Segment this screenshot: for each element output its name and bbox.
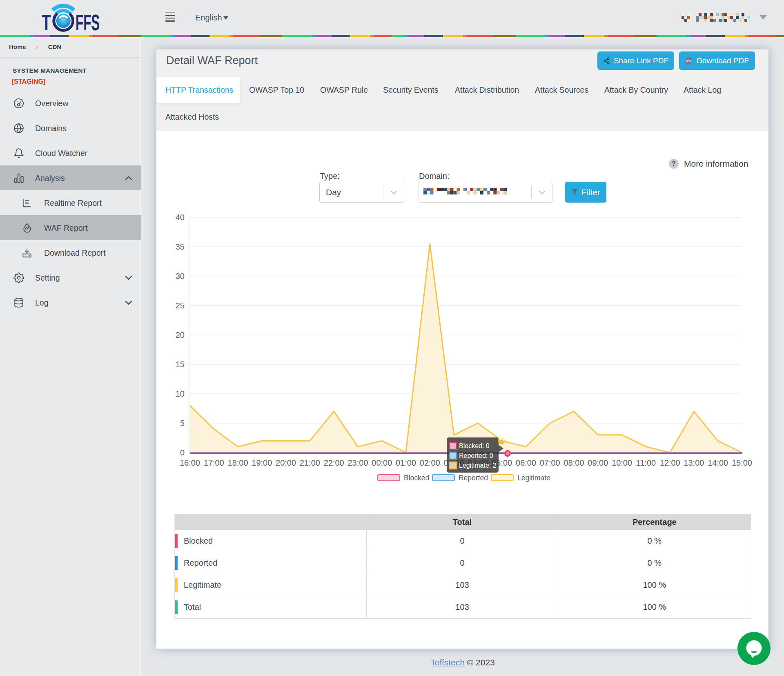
svg-text:06:00: 06:00 <box>516 458 536 467</box>
svg-text:14:00: 14:00 <box>708 458 728 467</box>
svg-text:Reported: 0: Reported: 0 <box>459 452 493 459</box>
svg-text:18:00: 18:00 <box>228 458 248 467</box>
svg-text:Legitimate: 2: Legitimate: 2 <box>459 462 497 469</box>
svg-text:11:00: 11:00 <box>636 458 656 467</box>
svg-text:10: 10 <box>176 389 185 398</box>
svg-text:09:00: 09:00 <box>588 458 608 467</box>
svg-text:15: 15 <box>176 360 185 369</box>
svg-text:Legitimate: Legitimate <box>517 474 550 482</box>
svg-text:20:00: 20:00 <box>276 458 296 467</box>
svg-text:16:00: 16:00 <box>180 458 200 467</box>
svg-text:08:00: 08:00 <box>564 458 584 467</box>
svg-text:FFS: FFS <box>76 9 100 33</box>
svg-text:30: 30 <box>176 272 185 281</box>
svg-text:17:00: 17:00 <box>204 458 224 467</box>
svg-text:23:00: 23:00 <box>347 458 368 467</box>
svg-text:20: 20 <box>176 330 185 339</box>
svg-text:Blocked: Blocked <box>404 474 429 482</box>
svg-text:21:00: 21:00 <box>300 458 320 467</box>
svg-text:12:00: 12:00 <box>660 458 680 467</box>
svg-text:15:00: 15:00 <box>732 458 752 467</box>
svg-text:25: 25 <box>176 301 185 310</box>
svg-text:01:00: 01:00 <box>396 458 416 467</box>
svg-text:22:00: 22:00 <box>324 458 344 467</box>
svg-text:13:00: 13:00 <box>684 458 704 467</box>
svg-text:Reported: Reported <box>459 474 488 482</box>
svg-text:PDF: PDF <box>686 60 691 62</box>
svg-text:00:00: 00:00 <box>372 458 392 467</box>
svg-text:07:00: 07:00 <box>540 458 560 467</box>
svg-text:0: 0 <box>180 448 185 457</box>
svg-text:02:00: 02:00 <box>420 458 440 467</box>
svg-text:T: T <box>42 9 51 33</box>
svg-text:35: 35 <box>176 242 185 251</box>
svg-text:40: 40 <box>176 213 185 222</box>
svg-text:19:00: 19:00 <box>252 458 272 467</box>
svg-text:5: 5 <box>180 419 185 428</box>
svg-text:10:00: 10:00 <box>612 458 632 467</box>
svg-text:Blocked: 0: Blocked: 0 <box>459 442 490 449</box>
